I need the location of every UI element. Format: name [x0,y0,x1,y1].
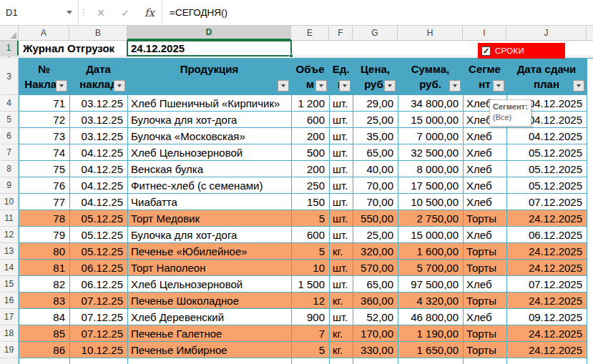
today-date-cell[interactable]: 24.12.2025 [127,41,291,56]
cell[interactable]: Хлеб [463,144,506,161]
cell[interactable]: 83 [19,292,69,309]
cell[interactable]: 97 500,00 [398,276,463,292]
cell[interactable]: 320,00 [353,243,398,260]
cell[interactable]: 7 000,00 [398,128,463,144]
cell[interactable]: 05.12.25 [69,243,127,260]
cell[interactable]: 25,00 [353,227,398,243]
cell[interactable]: Чиабатта [127,194,291,210]
cell[interactable]: Булочка для хот-дога [127,112,291,128]
cell[interactable]: 1 190,00 [398,325,463,342]
cell[interactable]: 07.12.2025 [506,276,587,292]
row-header-16[interactable]: 16 [0,292,19,309]
cell[interactable]: шт. [329,227,353,243]
row-header-4[interactable]: 4 [0,95,19,112]
filter-button[interactable] [449,80,461,92]
fill-handle[interactable] [289,54,293,58]
cell[interactable]: 10 500,00 [398,194,463,210]
cell[interactable]: кг. [329,243,353,260]
cell[interactable]: 86 [19,342,69,358]
cell[interactable]: 1 200 [291,95,329,112]
insert-function-icon[interactable]: fx [137,0,162,25]
cell[interactable]: 05.12.2025 [506,144,587,161]
row-header-13[interactable]: 13 [0,243,19,260]
cell[interactable]: Хлеб Деревенский [127,309,291,325]
cell[interactable]: 360,00 [353,292,398,309]
cell[interactable]: шт. [329,144,353,161]
filter-button[interactable] [339,80,351,92]
cell[interactable]: Печенье Имбирное [127,342,291,358]
cell[interactable]: Торт Медовик [127,210,291,227]
cell[interactable]: Хлеб Пшеничный «Кирпичик» [127,95,291,112]
checkbox-checked-icon[interactable]: ✓ [481,46,491,56]
cell[interactable]: Торты [463,292,506,309]
filter-button[interactable] [493,80,504,92]
cell[interactable]: 200 [291,128,329,144]
row-header-18[interactable]: 18 [0,325,19,342]
table-column-header[interactable]: Объем [291,58,329,95]
cell[interactable]: Хлеб [463,194,506,210]
cell[interactable]: Печенье Галетное [127,325,291,342]
cell[interactable]: 06.12.2025 [506,227,587,243]
row-header-12[interactable]: 12 [0,227,19,243]
cancel-icon[interactable]: ✕ [89,0,113,25]
select-all-corner[interactable] [0,26,19,40]
row-header-10[interactable]: 10 [0,194,19,210]
cell[interactable]: шт. [329,309,353,325]
cell-partial[interactable] [398,358,463,364]
cell[interactable]: Торты [463,260,506,276]
cell[interactable]: 5 [291,210,329,227]
row-header-5[interactable]: 5 [0,112,19,128]
cell-partial[interactable] [127,358,291,364]
cell[interactable]: шт. [329,210,353,227]
row-header-17[interactable]: 17 [0,309,19,325]
name-box[interactable]: D1 [0,0,79,25]
cell[interactable]: 170,00 [353,325,398,342]
cell[interactable]: Хлеб [463,161,506,177]
table-column-header[interactable]: Продукция [127,58,291,95]
cell[interactable]: 85 [19,325,69,342]
cell[interactable]: 46 800,00 [398,309,463,325]
cell-partial[interactable] [463,358,506,364]
cell[interactable]: 17 500,00 [398,177,463,194]
cell[interactable]: 12 [291,292,329,309]
cell[interactable]: 24.12.2025 [506,325,587,342]
column-header-I[interactable]: I [463,26,506,40]
cell[interactable]: Хлеб Цельнозерновой [127,144,291,161]
cell[interactable]: кг. [329,292,353,309]
cell[interactable]: 79 [19,227,69,243]
cell[interactable]: 34 800,00 [398,95,463,112]
cell[interactable]: 570,00 [353,260,398,276]
cell[interactable]: 07.12.25 [69,309,127,325]
row-header-6[interactable]: 6 [0,128,19,144]
table-column-header[interactable]: Ед.и [329,58,353,95]
cell[interactable]: Хлеб [463,128,506,144]
cell[interactable]: 500 [291,144,329,161]
cell-partial[interactable] [69,358,127,364]
cell-partial[interactable] [19,358,69,364]
cell[interactable]: Торты [463,325,506,342]
cell[interactable]: шт. [329,177,353,194]
cell[interactable]: 04.12.25 [69,194,127,210]
cell[interactable]: 05.12.2025 [506,177,587,194]
cell[interactable]: Торты [463,210,506,227]
filter-button[interactable] [315,80,327,92]
filter-button[interactable] [114,80,125,92]
row-header-11[interactable]: 11 [0,210,19,227]
column-header-B[interactable]: B [69,26,127,40]
column-header-E[interactable]: E [291,26,329,40]
cell[interactable]: Печенье Шоколадное [127,292,291,309]
table-column-header[interactable]: Сегмент [463,58,506,95]
cell[interactable]: 24.12.2025 [506,260,587,276]
cell[interactable]: Хлеб [463,309,506,325]
cell[interactable]: 04.12.25 [69,144,127,161]
cell[interactable]: 24.12.2025 [506,243,587,260]
cell[interactable]: 1 600,00 [398,243,463,260]
cell[interactable]: Венская булка [127,161,291,177]
cell[interactable]: 05.12.25 [69,227,127,243]
cell[interactable]: 24.12.2025 [506,342,587,358]
cell[interactable]: шт. [329,112,353,128]
filter-button[interactable] [573,80,584,92]
toolbar-splitter[interactable]: ⋮ [79,0,89,25]
cell[interactable]: Хлеб [463,177,506,194]
cell-partial[interactable] [506,358,587,364]
